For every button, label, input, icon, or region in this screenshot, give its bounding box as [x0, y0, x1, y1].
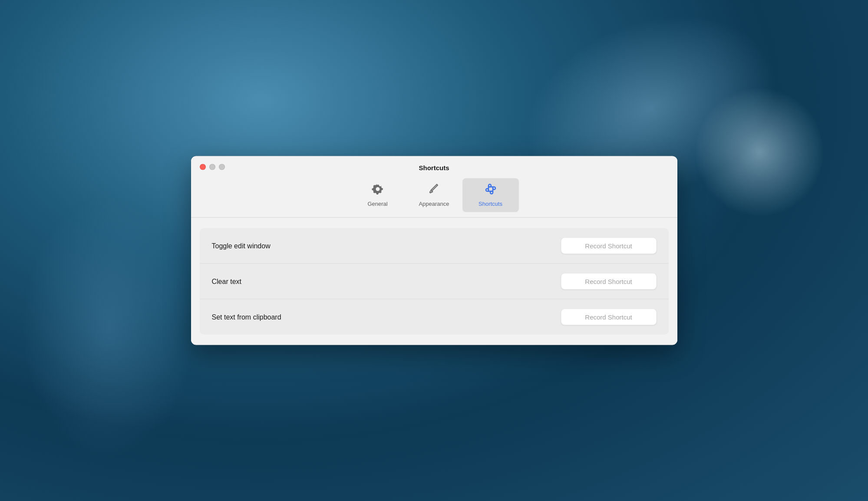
bg-decoration-2: [22, 197, 195, 458]
toolbar: General Appearance: [191, 171, 677, 212]
shortcut-label-clear-text: Clear text: [212, 277, 241, 285]
close-button[interactable]: [200, 164, 206, 170]
shortcut-row-set-text-from-clipboard: Set text from clipboard Record Shortcut: [200, 300, 669, 335]
content-area: Toggle edit window Record Shortcut Clear…: [191, 218, 677, 345]
bg-decoration-3: [694, 87, 825, 217]
preferences-window: Shortcuts General Appearance: [191, 156, 677, 345]
tab-appearance[interactable]: Appearance: [406, 178, 462, 212]
shortcut-label-toggle-edit-window: Toggle edit window: [212, 242, 271, 250]
record-shortcut-set-text-from-clipboard[interactable]: Record Shortcut: [561, 309, 657, 325]
brush-icon: [428, 183, 441, 198]
window-title: Shortcuts: [419, 164, 449, 171]
tab-shortcuts-label: Shortcuts: [479, 201, 502, 207]
svg-rect-1: [488, 187, 493, 191]
command-icon: [484, 183, 497, 198]
record-shortcut-toggle-edit-window[interactable]: Record Shortcut: [561, 238, 657, 254]
tab-shortcuts[interactable]: Shortcuts: [462, 178, 519, 212]
tab-appearance-label: Appearance: [419, 201, 449, 207]
titlebar: Shortcuts: [191, 156, 677, 171]
maximize-button[interactable]: [219, 164, 225, 170]
record-shortcut-clear-text[interactable]: Record Shortcut: [561, 274, 657, 290]
shortcut-row-clear-text: Clear text Record Shortcut: [200, 264, 669, 300]
minimize-button[interactable]: [209, 164, 215, 170]
shortcut-label-set-text-from-clipboard: Set text from clipboard: [212, 313, 281, 321]
gear-icon: [371, 183, 384, 198]
svg-point-0: [431, 191, 432, 192]
tab-general[interactable]: General: [350, 178, 406, 212]
shortcuts-list: Toggle edit window Record Shortcut Clear…: [200, 228, 669, 335]
traffic-lights: [200, 164, 225, 170]
shortcut-row-toggle-edit-window: Toggle edit window Record Shortcut: [200, 228, 669, 264]
tab-general-label: General: [367, 201, 387, 207]
